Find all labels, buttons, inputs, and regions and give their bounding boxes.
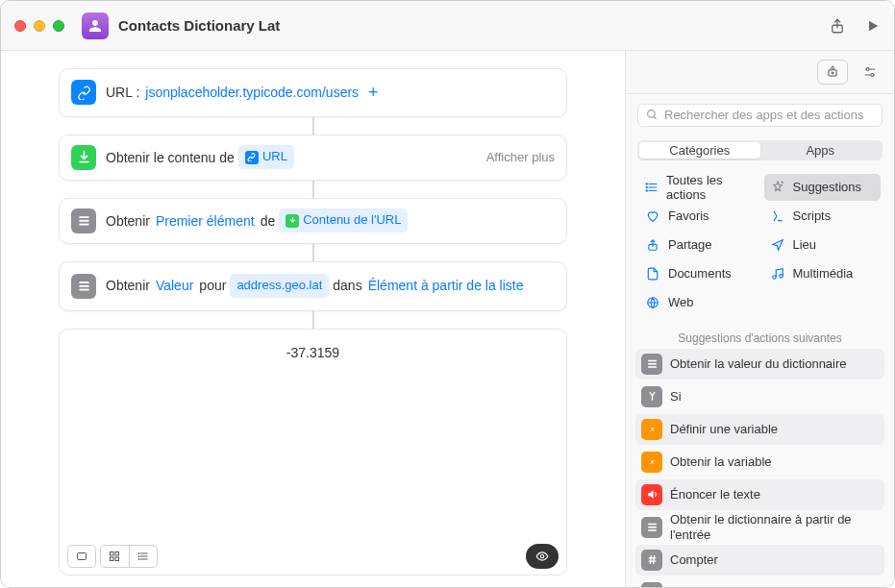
svg-rect-11 — [115, 557, 119, 561]
add-url-button[interactable]: + — [368, 79, 379, 107]
svg-point-23 — [871, 73, 874, 76]
dictionary-icon — [641, 517, 662, 538]
content-url-token[interactable]: Contenu de l'URL — [279, 208, 408, 233]
repeat-icon — [641, 582, 662, 587]
link-icon — [245, 151, 259, 164]
action-url[interactable]: URL : jsonplaceholder.typicode.com/users… — [59, 68, 567, 117]
actions-sidebar: Rechercher des apps et des actions Catég… — [625, 51, 894, 587]
suggestion-item[interactable]: Obtenir la valeur du dictionnaire — [635, 349, 884, 380]
suggestion-item[interactable]: Répéter avec chacun — [635, 577, 884, 587]
svg-text:x: x — [649, 457, 655, 466]
download-icon — [71, 145, 96, 170]
workflow-editor: URL : jsonplaceholder.typicode.com/users… — [1, 51, 625, 587]
minimize-window-button[interactable] — [34, 20, 45, 32]
suggestion-item[interactable]: Si — [635, 381, 884, 412]
hash-icon — [641, 550, 662, 571]
action-get-contents[interactable]: Obtenir le contenu de URL Afficher plus — [59, 135, 567, 181]
svg-point-31 — [646, 190, 647, 191]
cat-media[interactable]: Multimédia — [764, 260, 882, 287]
action-first-item[interactable]: Obtenir Premier élément de Contenu de l'… — [59, 198, 567, 244]
cat-web[interactable]: Web — [639, 289, 757, 316]
svg-line-48 — [650, 555, 651, 564]
svg-rect-39 — [648, 363, 657, 365]
action-label: Obtenir — [106, 275, 150, 296]
variable-icon: x — [641, 452, 662, 473]
settings-button[interactable] — [861, 65, 879, 79]
svg-text:x: x — [649, 425, 655, 433]
suggestion-item[interactable]: xObtenir la variable — [635, 447, 884, 478]
suggestion-item[interactable]: xDéfinir une variable — [635, 414, 884, 445]
suggestion-item[interactable]: Énoncer le texte — [635, 479, 884, 510]
svg-rect-3 — [79, 224, 88, 226]
cat-favorites[interactable]: Favoris — [639, 203, 757, 230]
list-icon — [71, 208, 96, 233]
show-more-button[interactable]: Afficher plus — [486, 150, 555, 164]
titlebar: Contacts Dictionary Lat — [1, 1, 894, 51]
zoom-window-button[interactable] — [53, 20, 64, 32]
keypath-token[interactable]: address.geo.lat — [230, 274, 329, 298]
share-button[interactable] — [829, 16, 846, 36]
tab-apps[interactable]: Apps — [760, 142, 882, 159]
list-view-button[interactable] — [130, 546, 158, 567]
action-label: Obtenir — [106, 210, 150, 232]
window-controls — [14, 20, 64, 32]
cat-scripts[interactable]: Scripts — [764, 203, 882, 230]
svg-rect-6 — [79, 289, 88, 291]
svg-point-35 — [772, 276, 776, 280]
app-window: Contacts Dictionary Lat URL : jsonplaceh… — [0, 0, 895, 588]
svg-rect-40 — [648, 366, 657, 368]
view-single-button[interactable] — [67, 545, 96, 568]
shortcut-app-icon — [82, 12, 109, 39]
download-icon — [286, 214, 299, 228]
cat-sharing[interactable]: Partage — [639, 232, 757, 258]
cat-all-actions[interactable]: Toutes les actions — [639, 174, 757, 201]
svg-rect-10 — [111, 557, 114, 561]
svg-point-16 — [138, 556, 139, 557]
svg-rect-4 — [79, 282, 88, 283]
svg-point-17 — [138, 559, 139, 560]
action-label: URL : — [106, 82, 139, 103]
svg-rect-9 — [115, 552, 119, 556]
cat-documents[interactable]: Documents — [639, 260, 757, 287]
run-button[interactable] — [865, 17, 881, 35]
svg-rect-7 — [78, 553, 87, 560]
grid-view-button[interactable] — [101, 546, 130, 567]
source-token[interactable]: Élément à partir de la liste — [366, 275, 526, 296]
category-grid: Toutes les actions Suggestions Favoris S… — [626, 170, 894, 326]
svg-line-49 — [653, 555, 654, 564]
tab-categories[interactable]: Catégories — [639, 142, 760, 159]
view-mode-segmented[interactable] — [100, 545, 158, 568]
svg-rect-45 — [648, 529, 657, 531]
svg-rect-44 — [648, 527, 657, 528]
result-value: -37.3159 — [286, 345, 339, 360]
svg-rect-5 — [79, 285, 88, 287]
suggestions-header: Suggestions d'actions suivantes — [626, 326, 894, 349]
svg-rect-8 — [111, 552, 114, 556]
branch-icon — [641, 386, 662, 407]
tab-segmented[interactable]: Catégories Apps — [637, 140, 883, 160]
search-input[interactable]: Rechercher des apps et des actions — [637, 104, 883, 127]
cat-location[interactable]: Lieu — [764, 232, 882, 258]
suggestion-item[interactable]: Obtenir le dictionnaire à partir de l'en… — [635, 512, 884, 543]
close-window-button[interactable] — [14, 20, 26, 32]
link-icon — [71, 80, 96, 105]
action-get-value[interactable]: Obtenir Valeur pour address.geo.lat dans… — [59, 261, 567, 311]
svg-rect-43 — [648, 524, 657, 526]
url-token[interactable]: URL — [238, 145, 294, 169]
list-icon — [71, 274, 96, 299]
svg-rect-2 — [79, 220, 88, 222]
svg-point-22 — [866, 67, 869, 70]
quick-look-button[interactable] — [526, 544, 559, 569]
param-value[interactable]: Valeur — [154, 275, 195, 296]
svg-point-36 — [779, 274, 783, 278]
result-panel: -37.3159 — [59, 329, 567, 576]
suggestion-item[interactable]: Compter — [635, 545, 884, 576]
svg-line-25 — [654, 116, 657, 119]
library-button[interactable] — [817, 60, 848, 85]
url-value[interactable]: jsonplaceholder.typicode.com/users — [143, 82, 360, 103]
svg-rect-1 — [79, 216, 88, 218]
svg-point-15 — [138, 553, 139, 554]
param-first[interactable]: Premier élément — [154, 210, 257, 232]
variable-icon: x — [641, 419, 662, 440]
cat-suggestions[interactable]: Suggestions — [764, 174, 882, 201]
